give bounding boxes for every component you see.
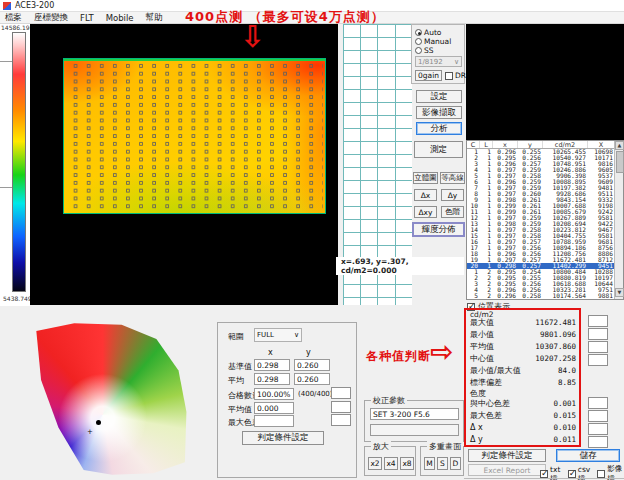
luminance-distribution-button[interactable]: 輝度分佈 — [412, 222, 465, 237]
down-arrow-icon: ⇩ — [240, 22, 265, 52]
table-header-cell: x — [493, 141, 518, 148]
zoom-button-x2[interactable]: x2 — [368, 457, 382, 470]
avg-y-field[interactable]: 0.260 — [294, 373, 330, 385]
value-row: 標準偏差8.85 — [470, 376, 576, 388]
value-row: Δ y0.011 — [470, 433, 576, 445]
value-row: 最小值9801.096 — [470, 328, 576, 340]
chevron-down-icon: ∨ — [454, 58, 459, 66]
delta-xy-button[interactable]: Δxy — [414, 206, 437, 218]
view3d-button[interactable]: 立體圖 — [413, 172, 438, 184]
chevron-down-icon: ∨ — [294, 331, 299, 339]
app-icon — [3, 2, 11, 10]
zoom-button-x4[interactable]: x4 — [384, 457, 398, 470]
scroll-thumb[interactable] — [616, 151, 624, 173]
luminance-heatmap[interactable] — [63, 58, 326, 214]
checkbox-icon[interactable] — [568, 470, 576, 478]
analyze-button[interactable]: 分析 — [416, 122, 462, 135]
colorbar-max-label: 14586.196 — [1, 24, 33, 31]
checkbox-icon[interactable] — [597, 470, 605, 478]
camera-view — [466, 24, 624, 140]
scroll-down-icon[interactable]: ▼ — [615, 288, 624, 297]
radio-manual[interactable]: Manual — [415, 37, 451, 46]
checkbox-icon[interactable] — [540, 470, 548, 478]
judge-box — [588, 315, 608, 327]
calibration-preset-field[interactable]: SET 3-200 F5.6 — [370, 408, 459, 420]
range-panel: 範圍 FULL ∨ x y 基準值 0.298 0.260 平均 0.298 0… — [217, 322, 357, 478]
menu-transform[interactable]: 座標變換 — [34, 12, 68, 24]
avg-x-field[interactable]: 0.298 — [254, 373, 290, 385]
range-dropdown[interactable]: FULL ∨ — [254, 328, 302, 342]
exposure-dropdown[interactable]: 1/8192 ∨ — [415, 56, 462, 67]
scroll-up-icon[interactable]: ▲ — [615, 141, 624, 150]
value-row: 平均值10307.860 — [470, 340, 576, 352]
divider — [464, 478, 624, 479]
calibration-group: 校正參數 SET 3-200 F5.6 — [364, 400, 464, 442]
color-levels-button[interactable]: 色階 — [441, 206, 464, 218]
multi-button-D[interactable]: D — [450, 457, 461, 470]
table-header-cell: X — [588, 141, 615, 148]
menu-help[interactable]: 幫助 — [146, 12, 163, 24]
luminance-results: 最大值11672.481最小值9801.096平均值10307.860中心值10… — [470, 316, 576, 388]
right-arrow-icon: ⇨ — [430, 338, 453, 366]
cursor-readout: x=.693, y=.307, cd/m2=0.000 — [336, 257, 464, 275]
contour-button[interactable]: 等高線 — [440, 172, 465, 184]
dr-checkbox[interactable]: DR — [445, 71, 466, 80]
avg-label: 平均 — [228, 375, 244, 386]
delta-y-button[interactable]: Δy — [441, 189, 464, 201]
radio-manual-icon[interactable] — [415, 38, 422, 45]
value-row: 與中心色差0.001 — [470, 397, 576, 409]
dr-checkbox-icon[interactable] — [445, 72, 453, 80]
capture-button[interactable]: 影像擷取 — [416, 106, 462, 119]
radio-auto[interactable]: Auto — [415, 28, 441, 37]
multi-button-S[interactable]: S — [437, 457, 448, 470]
annotation-side-note: 各种值判断 — [366, 348, 431, 365]
col-x-label: x — [268, 348, 273, 357]
footer-judge-settings-button[interactable]: 判定條件設定 — [468, 449, 546, 462]
zoom-group: 放大 x2x4x8 — [364, 446, 416, 476]
app-window: ACE3-200 檔案 座標變換 FLT Mobile 幫助 14586.196… — [0, 0, 624, 480]
judge-box — [588, 423, 608, 435]
radio-ss-icon[interactable] — [415, 47, 422, 54]
avgdiff-label: 平均值 — [228, 404, 252, 415]
judge-box — [331, 401, 351, 413]
judge-box — [588, 410, 608, 422]
zoom-button-x8[interactable]: x8 — [400, 457, 414, 470]
range-label: 範圍 — [228, 331, 244, 342]
table-header-cell: y — [518, 141, 543, 148]
judge-box — [588, 397, 608, 409]
measurement-table[interactable]: CLxycd/m2X 110.2960.25510265.45510698210… — [466, 140, 624, 300]
judge-settings-button[interactable]: 判定條件設定 — [242, 431, 324, 445]
chroma-results: 與中心色差0.001最大色差0.015Δ x0.010Δ y0.011 — [470, 397, 576, 445]
measure-button[interactable]: 測定 — [414, 141, 463, 158]
value-row: 最大色差0.015 — [470, 409, 576, 421]
cie-chromaticity-diagram[interactable]: + — [30, 320, 188, 478]
gain-button[interactable]: 0gain — [415, 70, 442, 81]
table-row[interactable]: 520.2960.25810174.5649881 — [467, 293, 623, 299]
colorbar-gradient — [12, 32, 26, 292]
judge-box — [331, 387, 351, 399]
delta-x-button[interactable]: Δx — [414, 189, 437, 201]
menu-file[interactable]: 檔案 — [5, 12, 22, 24]
ref-label: 基準值 — [228, 361, 252, 372]
setup-button[interactable]: 設定 — [416, 90, 462, 103]
table-scrollbar[interactable]: ▲ ▼ — [614, 141, 623, 299]
menu-mobile[interactable]: Mobile — [106, 13, 134, 23]
judge-box — [588, 328, 608, 340]
save-button[interactable]: 儲存 — [556, 449, 620, 462]
excel-report-button[interactable]: Excel Report — [468, 464, 546, 476]
judge-box — [588, 436, 608, 448]
pass-value-field: 100.00% — [254, 388, 294, 400]
table-body: 110.2960.25510265.45510698210.2950.25610… — [467, 149, 623, 299]
menu-flt[interactable]: FLT — [80, 13, 94, 23]
multi-button-M[interactable]: M — [424, 457, 435, 470]
value-row: 中心值10207.258 — [470, 352, 576, 364]
radio-ss[interactable]: SS — [415, 46, 434, 55]
ref-y-field[interactable]: 0.260 — [294, 359, 330, 371]
multi-view-title: 多重畫面 — [427, 441, 463, 452]
table-header-cell: cd/m2 — [543, 141, 588, 148]
ref-x-field[interactable]: 0.298 — [254, 359, 290, 371]
judge-box — [588, 354, 608, 366]
radio-auto-icon[interactable] — [415, 29, 422, 36]
measurement-canvas[interactable] — [30, 24, 338, 305]
calibration-preset2-field[interactable] — [370, 424, 459, 436]
